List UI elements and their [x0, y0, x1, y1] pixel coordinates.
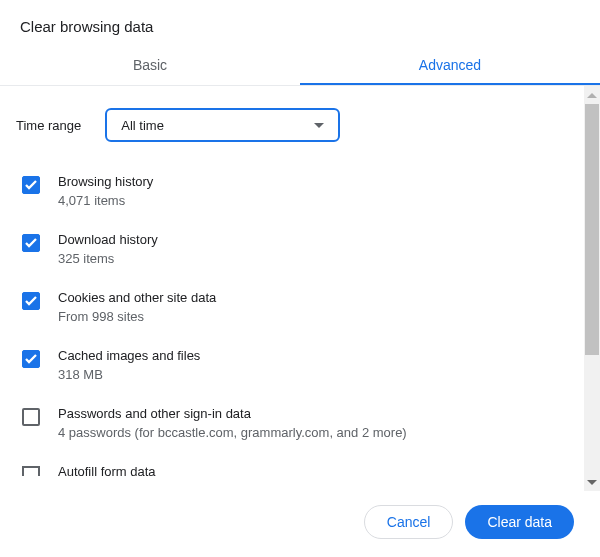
item-text: Browsing history 4,071 items — [58, 174, 153, 208]
item-sub: 318 MB — [58, 367, 200, 382]
checkbox-autofill[interactable] — [22, 466, 40, 476]
content-area: Time range All time Browsing history 4,0… — [0, 86, 584, 491]
scroll-up-button[interactable] — [584, 86, 600, 104]
checkbox-cache[interactable] — [22, 350, 40, 368]
item-sub: 4 passwords (for bccastle.com, grammarly… — [58, 425, 407, 440]
dialog-title: Clear browsing data — [0, 0, 600, 45]
item-download-history[interactable]: Download history 325 items — [16, 220, 574, 278]
item-text: Cookies and other site data From 998 sit… — [58, 290, 216, 324]
time-range-row: Time range All time — [16, 108, 574, 142]
check-icon — [25, 296, 37, 306]
item-cache[interactable]: Cached images and files 318 MB — [16, 336, 574, 394]
item-cookies[interactable]: Cookies and other site data From 998 sit… — [16, 278, 574, 336]
item-text: Passwords and other sign-in data 4 passw… — [58, 406, 407, 440]
checkbox-download-history[interactable] — [22, 234, 40, 252]
checkbox-browsing-history[interactable] — [22, 176, 40, 194]
item-sub: 4,071 items — [58, 193, 153, 208]
item-autofill[interactable]: Autofill form data — [16, 452, 574, 483]
item-text: Cached images and files 318 MB — [58, 348, 200, 382]
checkbox-passwords[interactable] — [22, 408, 40, 426]
tab-basic[interactable]: Basic — [0, 45, 300, 85]
chevron-down-icon — [314, 123, 324, 128]
item-text: Autofill form data — [58, 464, 156, 483]
scroll-down-button[interactable] — [584, 473, 600, 491]
triangle-up-icon — [587, 93, 597, 98]
item-title: Cookies and other site data — [58, 290, 216, 305]
check-icon — [25, 180, 37, 190]
dialog-body: Time range All time Browsing history 4,0… — [0, 86, 600, 491]
item-title: Autofill form data — [58, 464, 156, 479]
tab-advanced[interactable]: Advanced — [300, 45, 600, 85]
tabs: Basic Advanced — [0, 45, 600, 86]
item-text: Download history 325 items — [58, 232, 158, 266]
scroll-track[interactable] — [584, 104, 600, 473]
clear-data-button[interactable]: Clear data — [465, 505, 574, 539]
time-range-select[interactable]: All time — [105, 108, 340, 142]
check-icon — [25, 354, 37, 364]
time-range-label: Time range — [16, 118, 81, 133]
item-browsing-history[interactable]: Browsing history 4,071 items — [16, 162, 574, 220]
item-title: Passwords and other sign-in data — [58, 406, 407, 421]
time-range-value: All time — [121, 118, 164, 133]
triangle-down-icon — [587, 480, 597, 485]
checkbox-cookies[interactable] — [22, 292, 40, 310]
item-sub: 325 items — [58, 251, 158, 266]
item-sub: From 998 sites — [58, 309, 216, 324]
item-title: Download history — [58, 232, 158, 247]
cancel-button[interactable]: Cancel — [364, 505, 454, 539]
clear-browsing-data-dialog: Clear browsing data Basic Advanced Time … — [0, 0, 600, 557]
item-title: Browsing history — [58, 174, 153, 189]
scrollbar[interactable] — [584, 86, 600, 491]
item-passwords[interactable]: Passwords and other sign-in data 4 passw… — [16, 394, 574, 452]
scroll-thumb[interactable] — [585, 104, 599, 355]
item-title: Cached images and files — [58, 348, 200, 363]
check-icon — [25, 238, 37, 248]
dialog-footer: Cancel Clear data — [0, 491, 600, 557]
